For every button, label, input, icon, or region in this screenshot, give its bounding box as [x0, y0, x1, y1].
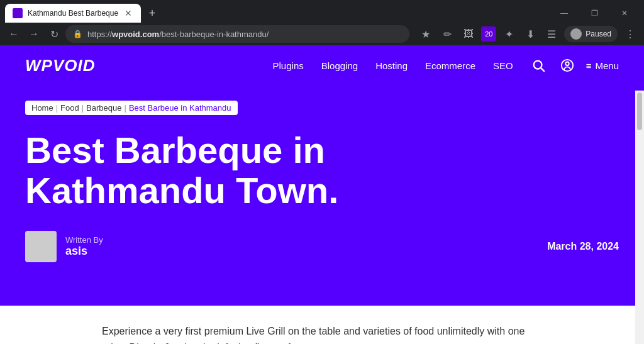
- breadcrumb-sep-2: |: [82, 103, 84, 113]
- account-icon[interactable]: [557, 55, 577, 75]
- paused-button[interactable]: Paused: [564, 26, 618, 42]
- window-controls: — ❐ ✕: [550, 2, 639, 25]
- nav-icon-group: ≡ Menu: [528, 55, 619, 75]
- post-title: Best Barbeque in Kathmandu Town.: [25, 130, 415, 211]
- nav-seo[interactable]: SEO: [493, 60, 513, 71]
- breadcrumb-current: Best Barbeue in Kathmandu: [129, 103, 231, 113]
- minimize-button[interactable]: —: [550, 2, 579, 25]
- scrollbar[interactable]: [635, 91, 644, 344]
- forward-button[interactable]: →: [25, 25, 43, 43]
- nav-ecommerce[interactable]: Ecommerce: [425, 60, 475, 71]
- tab-close-button[interactable]: ✕: [123, 8, 133, 18]
- written-by-label: Written By: [65, 235, 103, 245]
- back-button[interactable]: ←: [5, 25, 23, 43]
- article-preview: Experience a very first premium Live Gri…: [0, 306, 644, 344]
- bookmark-icon[interactable]: ★: [417, 25, 435, 43]
- menu-button[interactable]: ≡ Menu: [586, 60, 619, 71]
- paused-label: Paused: [586, 30, 611, 38]
- svg-line-1: [541, 68, 544, 71]
- author-details: Written By asis: [65, 235, 103, 258]
- calendar-icon[interactable]: 20: [481, 26, 496, 42]
- author-info: Written By asis: [25, 231, 103, 262]
- post-date: March 28, 2024: [547, 241, 619, 252]
- extensions-icon[interactable]: ✦: [500, 25, 518, 43]
- tab-title: Kathmandu Best Barbeque: [28, 9, 118, 18]
- active-tab[interactable]: Kathmandu Best Barbeque ✕: [5, 4, 141, 23]
- post-title-line1: Best Barbeque in: [25, 130, 325, 170]
- nav-blogging[interactable]: Blogging: [321, 60, 358, 71]
- save-page-icon[interactable]: ⬇: [521, 25, 539, 43]
- nav-plugins[interactable]: Plugins: [273, 60, 304, 71]
- nav-hosting[interactable]: Hosting: [375, 60, 408, 71]
- breadcrumb-food[interactable]: Food: [60, 103, 79, 113]
- nav-links: Plugins Blogging Hosting Ecommerce SEO: [273, 60, 513, 71]
- browser-chrome: Kathmandu Best Barbeque ✕ + — ❐ ✕ ← → ↻ …: [0, 0, 644, 45]
- menu-label: Menu: [595, 60, 619, 71]
- article-text: Experience a very first premium Live Gri…: [102, 323, 542, 344]
- site-navigation: WPVOID Plugins Blogging Hosting Ecommerc…: [0, 45, 644, 86]
- post-title-line2: Kathmandu Town.: [25, 170, 338, 211]
- search-icon[interactable]: [528, 55, 548, 75]
- close-button[interactable]: ✕: [610, 2, 639, 25]
- new-tab-button[interactable]: +: [143, 4, 161, 22]
- scrollbar-thumb[interactable]: [637, 92, 642, 130]
- hero-section: Home | Food | Barbeque | Best Barbeue in…: [0, 86, 644, 306]
- breadcrumb-sep-1: |: [56, 103, 58, 113]
- media-icon[interactable]: 🖼: [460, 25, 477, 43]
- profile-avatar: [570, 28, 582, 40]
- reload-button[interactable]: ↻: [45, 25, 63, 43]
- navigation-bar: ← → ↻ 🔒 https://wpvoid.com/best-barbeque…: [0, 23, 644, 45]
- author-avatar: [25, 231, 57, 262]
- breadcrumb-barbeque[interactable]: Barbeque: [86, 103, 121, 113]
- svg-point-3: [565, 62, 569, 66]
- site-logo[interactable]: WPVOID: [25, 56, 95, 75]
- address-bar[interactable]: 🔒 https://wpvoid.com/best-barbeque-in-ka…: [65, 25, 409, 43]
- browser-action-buttons: ★ ✏ 🖼 20 ✦ ⬇ ☰ Paused ⋮: [417, 25, 639, 43]
- author-name[interactable]: asis: [65, 245, 103, 258]
- lock-icon: 🔒: [73, 30, 82, 38]
- edit-icon[interactable]: ✏: [438, 25, 456, 43]
- tab-bar: Kathmandu Best Barbeque ✕ + — ❐ ✕: [0, 0, 644, 23]
- breadcrumb: Home | Food | Barbeque | Best Barbeue in…: [25, 101, 238, 115]
- author-row: Written By asis March 28, 2024: [25, 231, 619, 262]
- tab-favicon: [13, 8, 23, 18]
- breadcrumb-home[interactable]: Home: [31, 103, 53, 113]
- hamburger-icon: ≡: [586, 60, 592, 71]
- url-text: https://wpvoid.com/best-barbeque-in-kath…: [87, 30, 269, 39]
- profile-switcher-icon[interactable]: ☰: [543, 25, 560, 43]
- more-options-icon[interactable]: ⋮: [621, 25, 639, 43]
- breadcrumb-sep-3: |: [125, 103, 126, 113]
- maximize-button[interactable]: ❐: [580, 2, 609, 25]
